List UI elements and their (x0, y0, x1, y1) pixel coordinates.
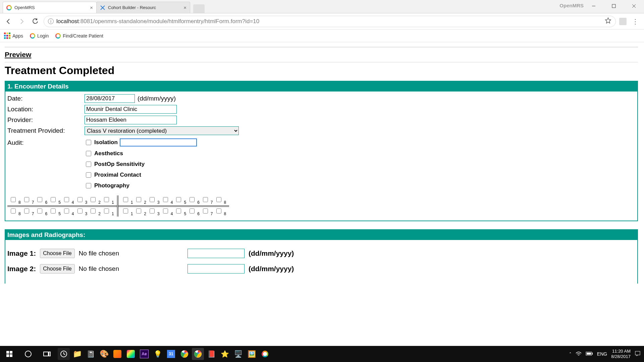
photography-checkbox[interactable] (86, 183, 91, 188)
section-header: 1. Encounter Details (5, 81, 637, 92)
clock[interactable]: 11:20 AM 8/28/2017 (611, 349, 631, 359)
taskbar-app-icon[interactable]: 📕 (205, 348, 217, 360)
tooth-checkbox[interactable] (216, 197, 221, 202)
forward-button[interactable] (17, 16, 27, 26)
maximize-button[interactable] (604, 0, 624, 12)
tooth-checkbox[interactable] (216, 208, 221, 214)
new-tab-button[interactable] (193, 4, 205, 13)
tooth-checkbox[interactable] (136, 208, 141, 214)
tooth-checkbox[interactable] (203, 208, 208, 214)
tooth-checkbox[interactable] (136, 197, 141, 202)
tooth-checkbox[interactable] (190, 197, 195, 202)
calendar-icon[interactable]: 31 (165, 348, 177, 360)
taskbar-app-icon[interactable]: 🖥️ (232, 348, 244, 360)
close-icon[interactable]: × (90, 5, 93, 10)
provider-input[interactable] (85, 116, 177, 124)
tooth-checkbox[interactable] (150, 197, 155, 202)
file-explorer-icon[interactable]: 📁 (71, 348, 83, 360)
tooth-checkbox[interactable] (24, 208, 29, 214)
location-input[interactable] (85, 105, 177, 114)
chrome-icon[interactable] (178, 348, 191, 360)
tray-chevron-icon[interactable]: ˄ (569, 352, 572, 357)
action-center-icon[interactable] (635, 351, 641, 358)
minimize-button[interactable] (584, 0, 604, 12)
tooth-number: 5 (58, 211, 61, 216)
divider (5, 62, 638, 62)
close-window-button[interactable] (624, 0, 644, 12)
openmrs-icon[interactable] (259, 348, 271, 360)
tooth-checkbox[interactable] (77, 197, 83, 202)
images-section: Images and Radiographs: Image 1:Choose F… (5, 229, 638, 284)
extension-icon[interactable] (619, 18, 627, 25)
close-icon[interactable]: × (183, 5, 186, 10)
cortana-button[interactable] (19, 346, 38, 362)
tooth-checkbox[interactable] (123, 197, 128, 202)
back-button[interactable] (3, 16, 13, 26)
after-effects-icon[interactable]: Ae (138, 348, 150, 360)
tooth-checkbox[interactable] (203, 197, 208, 202)
tooth-checkbox[interactable] (77, 208, 83, 214)
task-view-button[interactable] (38, 346, 56, 362)
proximal-checkbox[interactable] (86, 172, 91, 178)
tooth-number: 6 (197, 200, 200, 205)
apps-button[interactable]: Apps (4, 33, 23, 39)
tooth-checkbox[interactable] (64, 197, 69, 202)
language-indicator[interactable]: ENG (597, 351, 607, 357)
tooth-checkbox[interactable] (150, 208, 155, 214)
tooth-checkbox[interactable] (176, 208, 181, 214)
audit-label: Audit: (7, 138, 85, 189)
address-bar[interactable]: i localhost:8081/openmrs-standalone/modu… (44, 16, 616, 27)
choose-file-button[interactable]: Choose File (40, 249, 74, 258)
tooth-checkbox[interactable] (51, 208, 56, 214)
date-input[interactable] (85, 94, 135, 103)
tooth-checkbox[interactable] (104, 208, 109, 214)
preview-link[interactable]: Preview (5, 51, 31, 59)
tooth-checkbox[interactable] (163, 208, 168, 214)
taskbar-app-icon[interactable]: 📓 (85, 348, 97, 360)
bookmark-login[interactable]: Login (30, 33, 49, 39)
image-date-input[interactable] (187, 264, 245, 274)
tooth-checkbox[interactable] (176, 197, 181, 202)
aesthetics-checkbox[interactable] (86, 151, 91, 156)
taskbar-app-icon[interactable] (58, 348, 70, 360)
isolation-input[interactable] (120, 138, 197, 146)
tooth-checkbox[interactable] (163, 197, 168, 202)
choose-file-button[interactable]: Choose File (40, 264, 74, 274)
image-date-input[interactable] (187, 249, 245, 258)
chrome-icon[interactable] (192, 348, 204, 360)
site-info-icon[interactable]: i (48, 18, 54, 24)
tooth-checkbox[interactable] (123, 208, 128, 214)
bookmark-star-icon[interactable] (605, 17, 611, 25)
tooth-checkbox[interactable] (64, 208, 69, 214)
postop-label: PostOp Sensitivity (94, 161, 145, 168)
tooth-checkbox[interactable] (91, 208, 96, 214)
tooth-checkbox[interactable] (51, 197, 56, 202)
tooth-number: 3 (157, 211, 160, 216)
taskbar-app-icon[interactable]: 💡 (152, 348, 164, 360)
taskbar-app-icon[interactable] (125, 348, 137, 360)
tooth-checkbox[interactable] (190, 208, 195, 214)
tooth-checkbox[interactable] (104, 197, 109, 202)
browser-menu-button[interactable]: ⋮ (630, 17, 641, 25)
start-button[interactable] (0, 346, 19, 362)
tooth-checkbox[interactable] (24, 197, 29, 202)
treatment-select[interactable]: Class V restoration (completed) (85, 126, 239, 135)
bookmark-find-create-patient[interactable]: Find/Create Patient (55, 33, 103, 39)
wifi-icon[interactable] (576, 351, 582, 357)
taskbar-app-icon[interactable] (111, 348, 123, 360)
taskbar-app-icon[interactable]: ⭐ (219, 348, 231, 360)
battery-icon[interactable] (586, 352, 593, 357)
tooth-checkbox[interactable] (11, 208, 16, 214)
tooth-checkbox[interactable] (91, 197, 96, 202)
isolation-checkbox[interactable] (86, 140, 91, 145)
date-label: Date: (7, 95, 85, 102)
tooth-checkbox[interactable] (37, 208, 42, 214)
tooth-checkbox[interactable] (11, 197, 16, 202)
browser-tab[interactable]: Cohort Builder - Resourc × (96, 2, 190, 13)
photos-icon[interactable]: 🖼️ (246, 348, 258, 360)
browser-tab-active[interactable]: OpenMRS × (3, 2, 97, 13)
postop-checkbox[interactable] (86, 162, 91, 167)
tooth-checkbox[interactable] (37, 197, 42, 202)
paint-icon[interactable]: 🎨 (98, 348, 110, 360)
reload-button[interactable] (30, 16, 40, 26)
